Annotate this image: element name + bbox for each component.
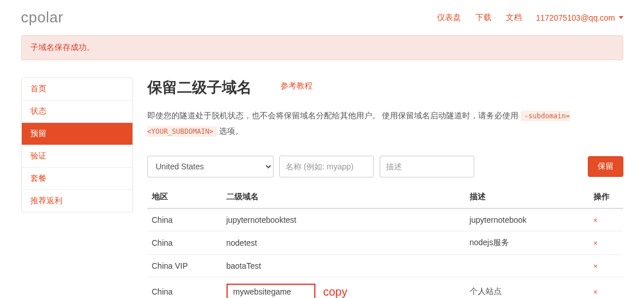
logo: cpolar [21,9,64,26]
table-row: China mywebsitegame copy 个人站点 × [147,277,623,298]
top-nav: cpolar 仪表盘 下载 文档 1172075103@qq.com [21,0,623,32]
nav-dashboard[interactable]: 仪表盘 [437,13,461,23]
cell-desc: nodejs服务 [465,231,589,255]
col-subdomain: 二级域名 [222,186,465,208]
cell-region: China VIP [147,255,222,277]
sidebar-item-verify[interactable]: 验证 [22,145,132,168]
desc-text-1: 即使您的隧道处于脱机状态，也不会将保留域名分配给其他用户。 使用保留域名启动隧道… [147,111,519,120]
sidebar-item-plan[interactable]: 套餐 [22,168,132,190]
user-dropdown[interactable]: 1172075103@qq.com [536,13,623,22]
delete-button[interactable]: × [594,262,598,270]
cell-subdomain: jupyternotebooktest [222,208,465,231]
subdomain-name-input[interactable] [279,156,374,177]
sidebar-item-status[interactable]: 状态 [22,100,132,123]
nav-links: 仪表盘 下载 文档 1172075103@qq.com [437,13,623,23]
region-select[interactable]: United States [147,156,274,177]
nav-download[interactable]: 下载 [475,13,491,23]
cell-desc: 个人站点 [465,277,589,298]
col-desc: 描述 [465,186,589,208]
cell-region: China [147,277,222,298]
cell-subdomain: nodetest [222,231,465,255]
highlighted-subdomain: mywebsitegame [227,284,315,298]
table-row: China jupyternotebooktest jupyternoteboo… [147,208,623,231]
col-action: 操作 [589,186,623,208]
sidebar-item-reserved[interactable]: 预留 [22,123,132,145]
sidebar-item-referral[interactable]: 推荐返利 [22,190,132,212]
table-row: China VIP baotaTest × [147,255,623,277]
col-region: 地区 [147,186,222,208]
cell-region: China [147,231,222,255]
caret-down-icon [619,16,623,19]
delete-button[interactable]: × [594,288,598,296]
sidebar: 首页 状态 预留 验证 套餐 推荐返利 [21,78,133,212]
sidebar-item-home[interactable]: 首页 [22,78,132,100]
delete-button[interactable]: × [594,216,598,225]
subdomain-table: 地区 二级域名 描述 操作 China jupyternotebooktest … [147,186,623,298]
cell-subdomain: baotaTest [222,255,465,277]
tutorial-link[interactable]: 参考教程 [280,81,313,91]
delete-button[interactable]: × [594,239,598,247]
table-row: China nodetest nodejs服务 × [147,231,623,255]
cell-desc [465,255,589,277]
table-header-row: 地区 二级域名 描述 操作 [147,186,623,208]
desc-text-2: 选项。 [219,126,243,136]
content: 保留二级子域名 参考教程 即使您的隧道处于脱机状态，也不会将保留域名分配给其他用… [147,78,623,298]
page-title: 保留二级子域名 [147,78,252,98]
cell-region: China [147,208,222,231]
success-alert: 子域名保存成功。 [21,35,623,60]
copy-annotation: copy [323,285,348,298]
nav-docs[interactable]: 文档 [506,13,522,23]
reserve-form: United States 保留 [147,156,623,177]
subdomain-desc-input[interactable] [380,156,474,177]
cell-desc: jupyternotebook [465,208,589,231]
page-description: 即使您的隧道处于脱机状态，也不会将保留域名分配给其他用户。 使用保留域名启动隧道… [147,108,623,138]
user-email[interactable]: 1172075103@qq.com [536,13,615,22]
reserve-button[interactable]: 保留 [588,156,623,177]
